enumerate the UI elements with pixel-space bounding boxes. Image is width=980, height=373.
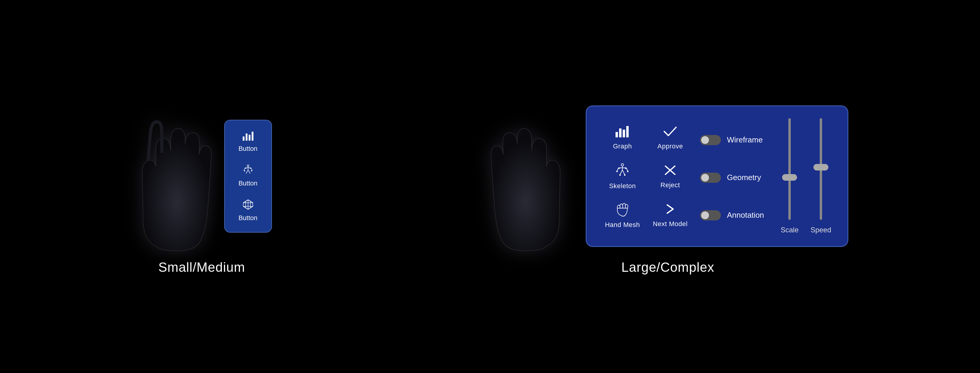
annotation-toggle[interactable] xyxy=(700,210,721,220)
next-model-icon xyxy=(662,202,678,218)
skeleton-large-icon xyxy=(615,163,630,180)
skeleton-item[interactable]: Skeleton xyxy=(598,157,646,196)
large-complex-panel: Graph Approve xyxy=(585,105,848,247)
mesh-button-label: Button xyxy=(239,214,258,222)
svg-point-28 xyxy=(625,167,627,169)
small-medium-label: Small/Medium xyxy=(158,260,245,275)
left-hand-container xyxy=(132,99,215,254)
geometry-knob xyxy=(701,174,709,182)
speed-slider-label: Speed xyxy=(810,226,831,234)
approve-icon xyxy=(662,125,678,140)
svg-point-20 xyxy=(621,164,624,166)
svg-rect-17 xyxy=(619,128,622,137)
scale-slider-wrapper: Scale xyxy=(781,118,799,234)
svg-line-8 xyxy=(251,168,252,171)
scale-slider-label: Scale xyxy=(781,226,799,234)
annotation-label: Annotation xyxy=(727,210,764,220)
skeleton-button[interactable]: Button xyxy=(229,160,267,191)
geometry-toggle[interactable] xyxy=(700,173,721,183)
speed-slider-wrapper: Speed xyxy=(810,118,831,234)
svg-point-15 xyxy=(251,170,252,171)
svg-point-14 xyxy=(244,170,245,171)
wireframe-row: Wireframe xyxy=(700,135,772,145)
approve-item[interactable]: Approve xyxy=(646,118,694,157)
svg-point-27 xyxy=(619,167,620,169)
graph-item[interactable]: Graph xyxy=(598,118,646,157)
sliders-container: Scale Speed xyxy=(778,118,837,237)
skeleton-button-label: Button xyxy=(239,180,258,187)
scale-slider-track[interactable] xyxy=(788,118,791,220)
wireframe-toggle[interactable] xyxy=(700,135,721,145)
graph-button-label: Button xyxy=(239,145,258,153)
geometry-row: Geometry xyxy=(700,173,772,183)
svg-rect-19 xyxy=(626,126,628,137)
svg-point-13 xyxy=(250,167,251,169)
svg-point-30 xyxy=(627,171,628,172)
large-complex-label: Large/Complex xyxy=(622,260,714,275)
wireframe-knob xyxy=(701,136,709,144)
speed-slider-thumb[interactable] xyxy=(813,164,828,171)
hand-mesh-item-label: Hand Mesh xyxy=(605,221,640,229)
right-hand-silhouette xyxy=(487,99,571,254)
scale-slider-thumb[interactable] xyxy=(782,174,797,181)
svg-point-4 xyxy=(247,165,249,167)
svg-line-23 xyxy=(617,168,619,171)
graph-icon xyxy=(242,131,254,143)
panel-content: Graph Approve xyxy=(598,118,837,237)
lc-inner: Graph Approve xyxy=(487,99,848,254)
svg-line-10 xyxy=(248,170,250,174)
svg-line-9 xyxy=(246,170,248,174)
svg-line-25 xyxy=(620,170,622,175)
svg-point-11 xyxy=(245,167,246,169)
reject-icon xyxy=(662,164,678,179)
svg-line-7 xyxy=(244,168,245,171)
svg-rect-1 xyxy=(246,134,247,141)
reject-item-label: Reject xyxy=(660,181,680,189)
svg-line-24 xyxy=(626,168,628,171)
mesh-icon xyxy=(242,199,254,212)
svg-point-31 xyxy=(619,174,621,176)
annotation-row: Annotation xyxy=(700,210,772,220)
toggles-column: Wireframe Geometry xyxy=(694,118,778,237)
right-hand-container xyxy=(487,99,571,254)
hand-mesh-item[interactable]: Hand Mesh xyxy=(598,196,646,235)
svg-line-26 xyxy=(622,170,625,175)
svg-rect-3 xyxy=(251,132,253,141)
wireframe-label: Wireframe xyxy=(727,135,763,145)
next-model-item-label: Next Model xyxy=(653,220,687,228)
annotation-knob xyxy=(701,212,709,219)
svg-rect-0 xyxy=(243,137,245,141)
svg-point-29 xyxy=(616,171,618,172)
controls-grid: Graph Approve xyxy=(598,118,694,237)
svg-rect-16 xyxy=(616,132,618,137)
graph-button[interactable]: Button xyxy=(229,126,267,157)
graph-item-label: Graph xyxy=(613,142,632,150)
svg-rect-2 xyxy=(249,135,250,141)
hand-mesh-icon xyxy=(615,202,630,218)
svg-point-32 xyxy=(624,174,626,176)
approve-item-label: Approve xyxy=(658,142,683,150)
next-model-item[interactable]: Next Model xyxy=(646,196,694,235)
svg-rect-18 xyxy=(623,130,625,137)
speed-slider-track[interactable] xyxy=(820,118,822,220)
left-hand-silhouette xyxy=(132,99,215,254)
reject-item[interactable]: Reject xyxy=(646,157,694,196)
sm-inner: Button xyxy=(132,99,272,254)
geometry-label: Geometry xyxy=(727,173,761,182)
mesh-button[interactable]: Button xyxy=(229,194,267,226)
small-medium-panel: Button xyxy=(224,120,272,233)
large-complex-section: Graph Approve xyxy=(487,99,848,275)
skeleton-icon xyxy=(242,164,254,178)
skeleton-item-label: Skeleton xyxy=(609,182,636,190)
main-scene: Button xyxy=(0,0,980,373)
graph-large-icon xyxy=(615,125,630,140)
small-medium-section: Button xyxy=(132,99,272,275)
svg-point-12 xyxy=(247,166,248,167)
